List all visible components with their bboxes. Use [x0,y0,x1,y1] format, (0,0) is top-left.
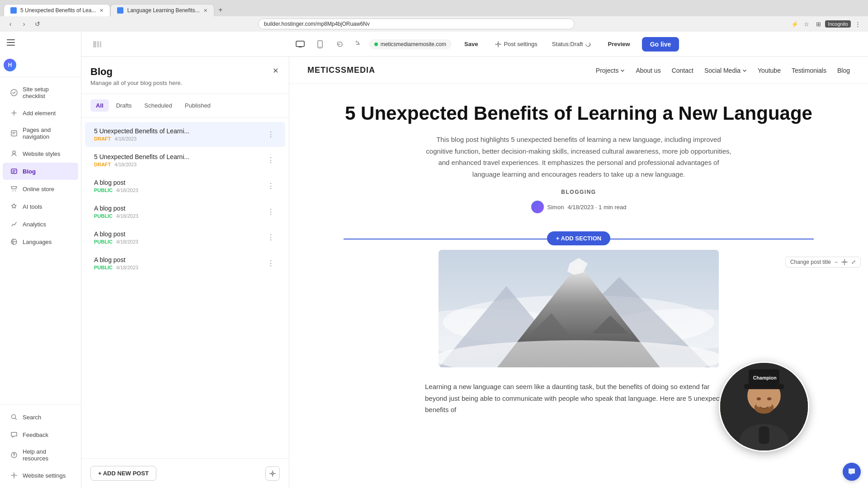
mobile-view-button[interactable] [313,37,327,52]
blog-post-item-2[interactable]: 5 Unexpected Benefits of Learni... DRAFT… [85,148,285,173]
nav-link-testimonials-label: Testimonials [792,67,826,74]
blog-post-meta-4: PUBLIC 4/18/2023 [94,213,265,219]
nav-link-social-media-label: Social Media [704,67,741,74]
blog-post-name-4: A blog post [94,205,265,212]
logo-letter: H [8,62,12,68]
forward-button[interactable]: › [19,19,29,29]
nav-link-youtube[interactable]: Youtube [758,67,781,74]
extensions-button[interactable]: ⚡ [790,19,800,29]
svg-point-38 [756,401,772,408]
blog-post-date-4: 4/18/2023 [116,213,138,219]
save-button[interactable]: Save [457,38,485,50]
blog-post-item-4[interactable]: A blog post PUBLIC 4/18/2023 ⋮ [85,199,285,224]
svg-point-7 [13,191,14,192]
site-logo: H [4,59,16,71]
post-category: BLOGGING [344,189,814,195]
sidebar-label-website-settings: Website settings [23,472,66,479]
blog-post-date-5: 4/18/2023 [116,239,138,244]
sidebar-item-ai-tools[interactable]: AI tools [3,198,78,215]
panels-toggle-button[interactable] [89,38,106,50]
close-blog-panel-button[interactable]: ✕ [269,64,282,77]
post-settings-label: Post settings [504,41,537,47]
back-button[interactable]: ‹ [5,19,15,29]
domain-text: meticsmediamemosite.com [381,41,446,47]
svg-point-8 [15,191,16,192]
blog-post-item-1[interactable]: 5 Unexpected Benefits of Learni... DRAFT… [85,122,285,147]
toolbar-center: meticsmediamemosite.com Save Post settin… [111,37,861,52]
desktop-view-button[interactable] [293,37,307,52]
change-title-expand[interactable]: ⤢ [851,259,856,265]
tab-organizer-button[interactable]: ⊞ [813,19,823,29]
new-tab-button[interactable]: + [214,4,227,16]
domain-status-dot [374,42,378,46]
blog-tab-drafts[interactable]: Drafts [111,99,137,112]
sidebar-toggle[interactable] [4,35,18,50]
domain-badge: meticsmediamemosite.com [369,39,452,49]
blog-post-info-6: A blog post PUBLIC 4/18/2023 [94,256,265,270]
undo-button[interactable] [333,37,347,52]
nav-link-blog[interactable]: Blog [837,67,850,74]
nav-link-testimonials[interactable]: Testimonials [792,67,826,74]
tab-close-1[interactable]: ✕ [99,8,104,14]
preview-button[interactable]: Preview [601,38,636,50]
sidebar-item-blog[interactable]: Blog [3,163,78,180]
blog-post-name-3: A blog post [94,179,265,186]
nav-link-contact[interactable]: Contact [672,67,693,74]
plus-icon [10,109,18,117]
sidebar-item-pages[interactable]: Pages and navigation [3,122,78,145]
blog-post-more-2[interactable]: ⋮ [265,155,276,166]
sidebar-item-website-settings[interactable]: Website settings [3,467,78,484]
blog-post-more-4[interactable]: ⋮ [265,206,276,217]
styles-icon [10,150,18,158]
blog-tab-scheduled[interactable]: Scheduled [139,99,177,112]
sidebar-label-website-styles: Website styles [23,150,61,157]
sidebar-item-help[interactable]: Help and resources [3,444,78,466]
blog-tab-all[interactable]: All [90,99,109,112]
blog-post-more-6[interactable]: ⋮ [265,258,276,269]
blog-tab-scheduled-label: Scheduled [144,102,172,109]
blog-post-item-3[interactable]: A blog post PUBLIC 4/18/2023 ⋮ [85,174,285,198]
change-title-settings-icon[interactable] [841,259,848,265]
nav-link-about[interactable]: About us [636,67,660,74]
blog-post-more-3[interactable]: ⋮ [265,181,276,192]
sidebar-item-analytics[interactable]: Analytics [3,216,78,233]
browser-tab-2[interactable]: Language Learning Benefits... ✕ [110,4,214,16]
blog-tab-published[interactable]: Published [179,99,216,112]
sidebar-item-site-setup[interactable]: Site setup checklist [3,81,78,104]
chat-widget-button[interactable] [843,463,861,481]
blog-post-date-3: 4/18/2023 [116,188,138,193]
sidebar-item-feedback[interactable]: Feedback [3,426,78,443]
add-new-post-button[interactable]: + ADD NEW POST [90,466,156,481]
browser-tab-1[interactable]: 5 Unexpected Benefits of Lea... ✕ [4,4,110,16]
feedback-icon [10,431,18,439]
blog-post-item-5[interactable]: A blog post PUBLIC 4/18/2023 ⋮ [85,225,285,250]
bookmark-button[interactable]: ☆ [802,19,811,29]
toolbar-left [89,38,106,50]
post-author: Simon [547,204,564,211]
menu-button[interactable]: ⋮ [853,19,863,29]
svg-point-35 [757,397,761,400]
blog-post-more-1[interactable]: ⋮ [265,129,276,140]
sidebar-item-website-styles[interactable]: Website styles [3,145,78,162]
nav-link-projects[interactable]: Projects [596,67,625,74]
sidebar-item-add-element[interactable]: Add element [3,104,78,122]
svg-rect-0 [7,39,15,40]
svg-point-36 [767,397,772,400]
go-live-button[interactable]: Go live [642,37,679,52]
add-section-button[interactable]: + ADD SECTION [547,231,610,245]
blog-post-info-2: 5 Unexpected Benefits of Learni... DRAFT… [94,153,265,167]
change-title-minus[interactable]: − [835,259,838,265]
blog-post-more-5[interactable]: ⋮ [265,232,276,243]
redo-button[interactable] [349,37,363,52]
browser-chrome: 5 Unexpected Benefits of Lea... ✕ Langua… [0,0,868,32]
blog-post-item-6[interactable]: A blog post PUBLIC 4/18/2023 ⋮ [85,251,285,276]
reload-button[interactable]: ↺ [33,19,42,29]
post-settings-button[interactable]: Post settings [491,38,542,50]
nav-link-social-media[interactable]: Social Media [704,67,747,74]
sidebar-item-languages[interactable]: Languages [3,233,78,250]
sidebar-item-online-store[interactable]: Online store [3,180,78,197]
tab-close-2[interactable]: ✕ [203,8,208,14]
sidebar-item-search[interactable]: Search [3,408,78,426]
url-bar[interactable]: builder.hostinger.com/mp8Mp4bjORuaw6Nv [258,19,575,29]
blog-settings-button[interactable] [265,466,280,481]
